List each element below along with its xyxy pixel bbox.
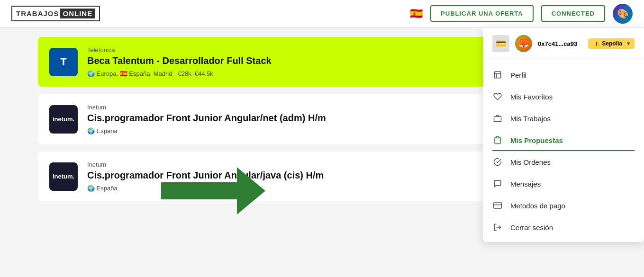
- fox-avatar: 🦊: [515, 35, 532, 52]
- menu-item-ordenes[interactable]: Mis Ordenes: [483, 151, 644, 173]
- menu-item-perfil[interactable]: Perfil: [483, 64, 644, 86]
- menu-label: Mis Propuestas: [510, 136, 563, 144]
- check-circle-icon: [492, 157, 503, 167]
- message-icon: [492, 179, 503, 189]
- connected-button[interactable]: CONNECTED: [541, 5, 605, 22]
- credit-card-icon: [492, 200, 503, 211]
- header-right: 🇪🇸 PUBLICAR UNA OFERTA CONNECTED 🎨: [410, 4, 633, 24]
- logout-icon: [492, 222, 503, 232]
- publicar-oferta-button[interactable]: PUBLICAR UNA OFERTA: [430, 5, 534, 22]
- menu-label: Mis Trabajos: [510, 115, 551, 123]
- company-logo: T: [49, 48, 78, 76]
- svg-rect-1: [494, 116, 501, 122]
- heart-icon: [492, 91, 503, 102]
- arrow-body: [161, 182, 237, 199]
- menu-item-pago[interactable]: Metodos de pago: [483, 195, 644, 216]
- language-flag-button[interactable]: 🇪🇸: [410, 8, 423, 20]
- menu-item-trabajos[interactable]: Mis Trabajos: [483, 107, 644, 129]
- dropdown-menu: 💳 🦊 0x7c41...ca93 ⚠️ Sepolia ▾ Perfil Mi…: [483, 27, 644, 242]
- svg-rect-3: [494, 203, 502, 208]
- job-location: 🌍 España: [87, 127, 118, 134]
- menu-label: Mis Favoritos: [510, 93, 553, 101]
- arrow-head: [237, 167, 265, 214]
- job-location: 🌍 España: [87, 185, 118, 192]
- profile-icon: [492, 70, 503, 80]
- menu-label: Mis Ordenes: [510, 158, 551, 166]
- menu-item-mensajes[interactable]: Mensajes: [483, 173, 644, 195]
- navigation-menu: Perfil Mis Favoritos Mis Trabajos Mis Pr…: [483, 60, 644, 242]
- company-logo: inetum.: [49, 105, 78, 134]
- menu-item-propuestas[interactable]: Mis Propuestas: [483, 129, 644, 151]
- network-name: Sepolia: [602, 40, 622, 47]
- clipboard-icon: [492, 135, 503, 145]
- svg-rect-0: [494, 71, 501, 78]
- big-arrow: [161, 167, 265, 214]
- menu-label: Metodos de pago: [510, 202, 565, 210]
- network-badge[interactable]: ⚠️ Sepolia ▾: [588, 38, 635, 49]
- logo[interactable]: TRABAJOS ONLINE: [11, 6, 100, 21]
- menu-label: Cerrar sesión: [510, 223, 553, 232]
- arrow-container: [161, 167, 265, 214]
- job-salary: €28k–€44.5k: [178, 70, 213, 77]
- wallet-icon: 💳: [492, 35, 509, 52]
- logo-trabajos: TRABAJOS: [16, 9, 59, 18]
- header: TRABAJOS ONLINE 🇪🇸 PUBLICAR UNA OFERTA C…: [0, 0, 644, 27]
- wallet-address: 0x7c41...ca93: [538, 40, 577, 47]
- menu-label: Mensajes: [510, 180, 541, 188]
- wallet-section: 💳 🦊 0x7c41...ca93 ⚠️ Sepolia ▾: [483, 27, 644, 60]
- company-logo: inetum.: [49, 162, 78, 191]
- svg-rect-2: [496, 137, 499, 138]
- briefcase-icon: [492, 113, 503, 124]
- avatar-button[interactable]: 🎨: [613, 4, 633, 24]
- logo-online: ONLINE: [60, 9, 96, 18]
- menu-label: Perfil: [510, 71, 526, 79]
- warning-icon: ⚠️: [593, 40, 600, 47]
- menu-item-cerrar-sesion[interactable]: Cerrar sesión: [483, 216, 644, 238]
- chevron-down-icon: ▾: [627, 40, 630, 47]
- job-location: 🌍 Europa, 🇪🇸 España, Madrid: [87, 70, 172, 77]
- menu-item-favoritos[interactable]: Mis Favoritos: [483, 86, 644, 107]
